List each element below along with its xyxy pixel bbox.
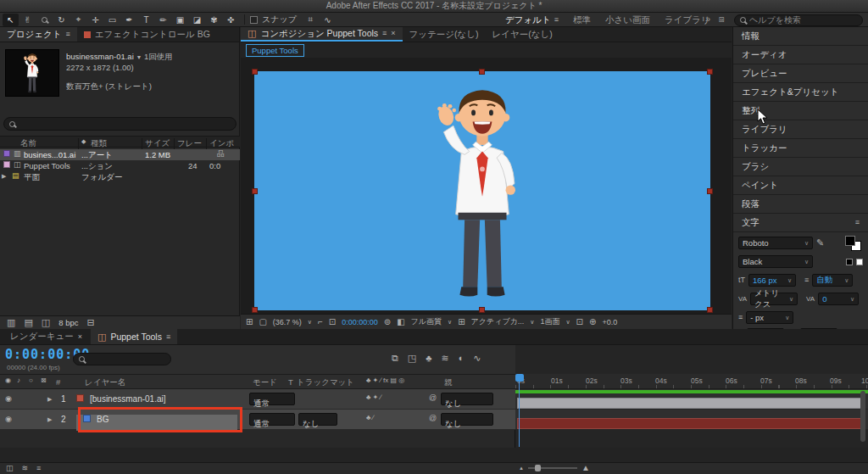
- font-family-select[interactable]: Roboto ∨: [738, 237, 813, 249]
- caret-icon[interactable]: ∨: [448, 319, 452, 325]
- zoom-slider-handle[interactable]: [535, 465, 541, 471]
- zoom-in-mountain-icon[interactable]: ▲: [581, 464, 590, 472]
- video-column-icon[interactable]: ◉: [5, 377, 11, 384]
- disclosure-icon[interactable]: ▶: [47, 396, 52, 402]
- column-layer-name[interactable]: レイヤー名: [85, 377, 125, 388]
- region-of-interest-icon[interactable]: ⊞: [458, 318, 465, 326]
- snap-option-a[interactable]: ⌗: [303, 14, 319, 26]
- panel-tab-libraries[interactable]: ライブラリ: [733, 120, 868, 139]
- panel-tab-brushes[interactable]: ブラシ: [733, 158, 868, 176]
- roto-brush-tool[interactable]: ✾: [206, 14, 222, 26]
- view-layout-select[interactable]: 1画面: [540, 316, 559, 327]
- font-style-select[interactable]: Black ∨: [738, 255, 813, 268]
- project-row-solids-folder[interactable]: ▶ ▤ 平面 フォルダー: [0, 171, 240, 182]
- composition-mini-flowchart-icon[interactable]: ⧉: [392, 354, 398, 363]
- hide-shy-layers-icon[interactable]: ♣: [426, 354, 431, 363]
- selection-handle[interactable]: [707, 188, 713, 194]
- disclosure-icon[interactable]: ▶: [2, 173, 6, 179]
- puppet-pin-tool[interactable]: ✜: [223, 14, 239, 26]
- shape-tool[interactable]: ▭: [104, 14, 120, 26]
- selection-handle[interactable]: [707, 69, 713, 75]
- text-color-swatch[interactable]: [843, 236, 863, 251]
- frame-blending-icon[interactable]: ≋: [441, 354, 448, 363]
- graph-editor-icon[interactable]: ∿: [473, 354, 481, 363]
- rotate-tool[interactable]: ↻: [53, 14, 70, 26]
- font-size-select[interactable]: 166 px ∨: [748, 274, 796, 287]
- always-preview-icon[interactable]: ⊞: [246, 318, 253, 326]
- item-name[interactable]: busines...01.ai: [24, 150, 75, 159]
- workspace-tab-libraries[interactable]: ライブラリ: [665, 14, 710, 26]
- column-size[interactable]: サイズ: [145, 138, 170, 149]
- caret-icon[interactable]: ∨: [565, 319, 570, 325]
- panel-tab-paint[interactable]: ペイント: [733, 176, 868, 195]
- audio-column-icon[interactable]: ♪: [17, 377, 20, 384]
- selection-handle[interactable]: [479, 307, 485, 313]
- expand-toggle-icon[interactable]: ≡: [36, 465, 41, 472]
- time-ruler[interactable]: 0s 01s 02s 03s 04s 05s 06s 07s 08s 09s 1…: [515, 374, 868, 389]
- hand-tool[interactable]: ✌: [19, 14, 36, 26]
- layer-bar-businessman[interactable]: [517, 398, 865, 409]
- project-row-puppet-tools[interactable]: ◫ Puppet Tools ...ション 24 0:0: [0, 160, 240, 171]
- snap-option-b[interactable]: ∿: [320, 14, 336, 26]
- column-track-matte[interactable]: トラックマット: [297, 377, 354, 388]
- project-search-input[interactable]: [19, 120, 231, 129]
- panel-tab-effects-presets[interactable]: エフェクト&プリセット: [733, 83, 868, 102]
- disclosure-icon[interactable]: ▶: [47, 416, 52, 422]
- tab-composition[interactable]: ◫ コンポジション Puppet Tools ≡ ×: [241, 27, 403, 42]
- zoom-tool[interactable]: [36, 14, 53, 26]
- current-time[interactable]: 0:00:00:00: [342, 318, 378, 326]
- eye-icon[interactable]: ◉: [5, 415, 12, 423]
- magnification-icon[interactable]: ▢: [259, 318, 266, 326]
- column-parent[interactable]: 親: [444, 377, 453, 388]
- panel-tab-character[interactable]: 文字 ≡: [733, 214, 868, 232]
- composition-canvas[interactable]: [254, 71, 710, 310]
- panel-tab-audio[interactable]: オーディオ: [733, 46, 868, 64]
- selection-handle[interactable]: [707, 307, 713, 313]
- new-composition-icon[interactable]: ◫: [42, 318, 50, 327]
- workspace-tab-default[interactable]: デフォルト ≡: [505, 14, 559, 26]
- pan-behind-tool[interactable]: ✛: [87, 14, 103, 26]
- new-folder-icon[interactable]: ▤: [24, 318, 32, 327]
- layer-name[interactable]: [businessman-01.ai]: [90, 394, 166, 404]
- panel-tab-tracker[interactable]: トラッカー: [733, 139, 868, 158]
- timeline-vertical-scrollbar[interactable]: [860, 391, 865, 442]
- item-name[interactable]: Puppet Tools: [24, 161, 70, 170]
- frame-blend-toggle-icon[interactable]: ≋: [22, 465, 29, 472]
- panel-tab-preview[interactable]: プレビュー: [733, 64, 868, 83]
- kerning-select[interactable]: メトリクス ∨: [750, 293, 798, 305]
- zoom-out-mountain-icon[interactable]: ▲: [519, 466, 524, 471]
- selection-handle[interactable]: [252, 69, 258, 75]
- toggle-switches-icon[interactable]: ◫: [6, 465, 14, 472]
- selection-handle[interactable]: [252, 307, 258, 313]
- column-import[interactable]: インポ: [209, 138, 234, 149]
- draft-3d-icon[interactable]: ◳: [408, 354, 416, 363]
- close-icon[interactable]: ×: [78, 333, 82, 341]
- snap-checkbox[interactable]: [250, 16, 258, 24]
- usage-dropdown-icon[interactable]: ▼: [136, 54, 142, 60]
- blend-mode-select[interactable]: 通常 ∨: [249, 413, 295, 426]
- blend-mode-select[interactable]: 通常 ∨: [249, 393, 295, 405]
- item-name[interactable]: 平面: [24, 172, 40, 183]
- workspace-menu-icon[interactable]: ≡: [554, 16, 559, 24]
- label-column-icon[interactable]: ◆: [81, 138, 86, 144]
- column-frame[interactable]: フレー: [177, 138, 202, 149]
- tab-effect-controls[interactable]: エフェクトコントロール BG: [77, 27, 217, 42]
- tab-project[interactable]: プロジェクト ≡: [0, 27, 77, 42]
- panel-menu-icon[interactable]: ≡: [382, 30, 387, 37]
- workspace-tab-standard[interactable]: 標準: [573, 14, 591, 26]
- panel-menu-icon[interactable]: ≡: [855, 219, 860, 226]
- help-search-input[interactable]: [749, 15, 857, 25]
- fast-previews-icon[interactable]: ⊕: [589, 318, 596, 326]
- tracking-select[interactable]: 0 ∨: [818, 293, 859, 305]
- selection-tool[interactable]: ↖: [3, 14, 19, 26]
- camera-select[interactable]: アクティブカ...: [471, 316, 525, 327]
- column-type[interactable]: 種類: [91, 138, 107, 149]
- tab-layer[interactable]: レイヤー(なし): [486, 27, 559, 42]
- column-mode[interactable]: モード: [253, 377, 277, 388]
- eyedropper-icon[interactable]: ✎: [816, 238, 824, 248]
- trash-icon[interactable]: ⊟: [86, 318, 94, 327]
- caret-icon[interactable]: ∨: [308, 319, 312, 325]
- layer-bar-bg[interactable]: [517, 418, 865, 429]
- mini-swatch-black[interactable]: [846, 259, 853, 265]
- label-chip[interactable]: [3, 161, 10, 168]
